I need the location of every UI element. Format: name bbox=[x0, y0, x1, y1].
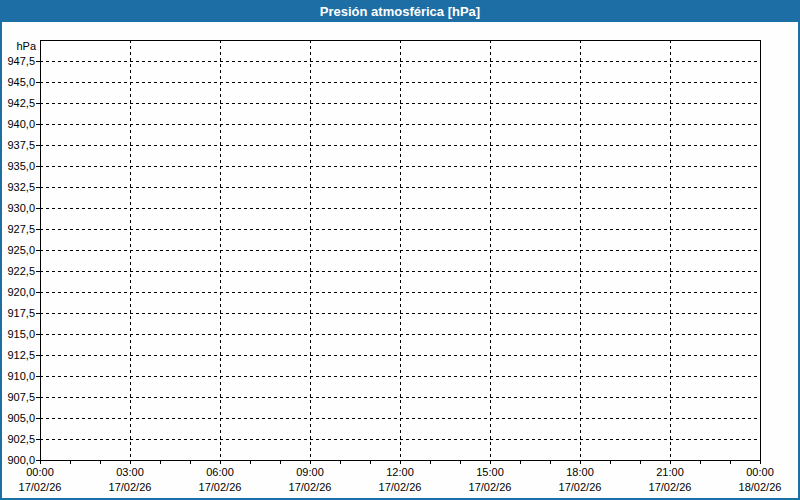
x-tick-time-label: 18:00 bbox=[566, 466, 594, 478]
y-tick-label: 912,5 bbox=[7, 349, 35, 361]
y-tick-label: 935,0 bbox=[7, 160, 35, 172]
x-tick-date-label: 18/02/26 bbox=[739, 481, 782, 493]
x-tick-time-label: 09:00 bbox=[296, 466, 324, 478]
y-tick-label: 942,5 bbox=[7, 97, 35, 109]
x-tick-time-label: 00:00 bbox=[746, 466, 774, 478]
y-tick-label: 945,0 bbox=[7, 76, 35, 88]
y-tick-label: 902,5 bbox=[7, 433, 35, 445]
y-tick-label: 900,0 bbox=[7, 454, 35, 466]
y-tick-label: 910,0 bbox=[7, 370, 35, 382]
x-tick-date-label: 17/02/26 bbox=[559, 481, 602, 493]
x-tick-date-label: 17/02/26 bbox=[19, 481, 62, 493]
y-axis-unit-label: hPa bbox=[16, 40, 36, 52]
x-tick-time-label: 21:00 bbox=[656, 466, 684, 478]
pressure-chart: 947,5945,0942,5940,0937,5935,0932,5930,0… bbox=[0, 0, 800, 500]
chart-window: Presión atmosférica [hPa] 947,5945,0942,… bbox=[0, 0, 800, 500]
x-tick-date-label: 17/02/26 bbox=[199, 481, 242, 493]
y-tick-label: 925,0 bbox=[7, 244, 35, 256]
x-tick-time-label: 03:00 bbox=[116, 466, 144, 478]
y-tick-label: 920,0 bbox=[7, 286, 35, 298]
x-tick-time-label: 06:00 bbox=[206, 466, 234, 478]
x-tick-time-label: 00:00 bbox=[26, 466, 54, 478]
y-tick-label: 915,0 bbox=[7, 328, 35, 340]
y-tick-label: 937,5 bbox=[7, 139, 35, 151]
y-tick-label: 947,5 bbox=[7, 55, 35, 67]
x-tick-date-label: 17/02/26 bbox=[379, 481, 422, 493]
y-tick-label: 907,5 bbox=[7, 391, 35, 403]
y-tick-label: 932,5 bbox=[7, 181, 35, 193]
y-tick-label: 930,0 bbox=[7, 202, 35, 214]
x-tick-date-label: 17/02/26 bbox=[469, 481, 512, 493]
y-tick-label: 922,5 bbox=[7, 265, 35, 277]
y-tick-label: 927,5 bbox=[7, 223, 35, 235]
y-tick-label: 917,5 bbox=[7, 307, 35, 319]
x-tick-time-label: 15:00 bbox=[476, 466, 504, 478]
x-tick-time-label: 12:00 bbox=[386, 466, 414, 478]
y-tick-label: 940,0 bbox=[7, 118, 35, 130]
x-tick-date-label: 17/02/26 bbox=[649, 481, 692, 493]
x-tick-date-label: 17/02/26 bbox=[289, 481, 332, 493]
y-tick-label: 905,0 bbox=[7, 412, 35, 424]
x-tick-date-label: 17/02/26 bbox=[109, 481, 152, 493]
